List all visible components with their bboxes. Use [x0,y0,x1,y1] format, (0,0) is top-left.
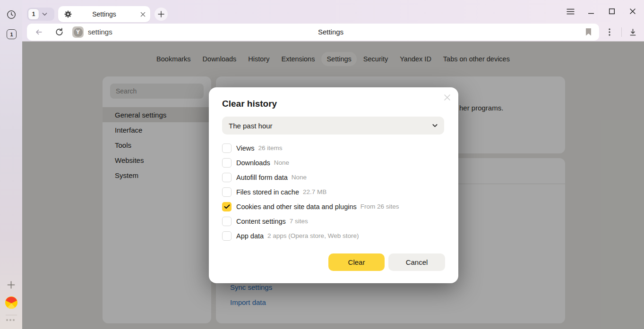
option-detail: None [274,159,289,166]
clear-option-row[interactable]: Views 26 items [222,141,445,155]
dialog-title: Clear history [222,99,277,109]
clear-options-list: Views 26 items Downloads None Autofill f… [222,141,445,243]
menu-icon[interactable] [560,0,581,23]
checkbox[interactable] [222,231,232,241]
checkbox[interactable] [222,187,232,197]
dialog-buttons: Clear Cancel [328,253,445,271]
clear-option-row[interactable]: Files stored in cache 22.7 MB [222,185,445,199]
maximize-icon[interactable] [601,0,622,23]
clear-option-row[interactable]: Cookies and other site data and plugins … [222,199,445,214]
option-label: Cookies and other site data and plugins [236,203,357,211]
option-label: Files stored in cache [236,188,299,196]
time-range-select[interactable]: The past hour [222,117,444,135]
cancel-button[interactable]: Cancel [388,253,445,271]
history-clock-icon[interactable] [7,10,16,19]
checkbox[interactable] [222,202,232,211]
option-detail: 22.7 MB [303,188,326,195]
more-menu-icon[interactable] [604,27,615,37]
option-detail: 26 items [258,144,282,152]
rail-divider [6,315,17,315]
clear-option-row[interactable]: Autofill form data None [222,170,445,185]
dialog-close-icon[interactable] [444,94,451,101]
option-label: Views [236,144,254,152]
toolbar: Y settings Settings [22,23,644,42]
time-range-value: The past hour [229,122,273,130]
tab-close-icon[interactable] [140,12,146,17]
site-badge-chip[interactable]: Y [72,26,84,38]
browser-chrome: 1 Settings [0,0,644,42]
clear-option-row[interactable]: Content settings 7 sites [222,214,445,228]
checkbox[interactable] [222,173,232,182]
clear-history-dialog: Clear history The past hour Views 26 ite… [209,87,458,283]
reload-icon[interactable] [55,27,64,36]
browser-left-rail: 1 [0,0,22,329]
clear-option-row[interactable]: Downloads None [222,155,445,170]
tab-title: Settings [58,10,150,18]
tab-count-dropdown[interactable]: 1 [27,8,54,21]
checkbox[interactable] [222,158,232,168]
minimize-icon[interactable] [581,0,601,23]
toolbar-divider [621,27,622,37]
page-title: Settings [288,28,373,36]
download-icon[interactable] [627,27,638,37]
checkbox[interactable] [222,217,232,226]
url-text[interactable]: settings [88,28,112,36]
option-detail: 7 sites [290,218,308,225]
option-label: Content settings [236,218,286,225]
yandex-site-icon: Y [74,28,83,37]
add-icon[interactable] [7,280,16,289]
clear-button[interactable]: Clear [328,253,385,271]
close-icon[interactable] [622,0,643,23]
bookmark-icon[interactable] [585,28,592,36]
yandex-logo-icon[interactable] [5,296,17,309]
back-icon[interactable] [34,28,43,36]
window-controls [560,0,643,23]
address-bar[interactable]: Y settings Settings [27,24,599,41]
tab-settings[interactable]: Settings [58,6,150,22]
clear-option-row[interactable]: App data 2 apps (Opera store, Web store) [222,228,445,243]
option-label: Autofill form data [236,174,288,181]
tab-strip: 1 Settings [22,0,644,23]
rail-more-icon[interactable] [6,319,15,321]
option-detail: None [292,174,307,181]
option-detail: From 26 sites [361,203,399,210]
chevron-down-icon [432,124,438,127]
chevron-down-icon [42,12,47,16]
tab-panel-badge[interactable]: 1 [7,29,17,39]
option-detail: 2 apps (Opera store, Web store) [267,232,359,239]
checkbox[interactable] [222,143,232,153]
option-label: Downloads [236,159,270,167]
tab-count-badge: 1 [28,9,39,19]
option-label: App data [236,232,264,240]
new-tab-button[interactable] [155,8,168,21]
